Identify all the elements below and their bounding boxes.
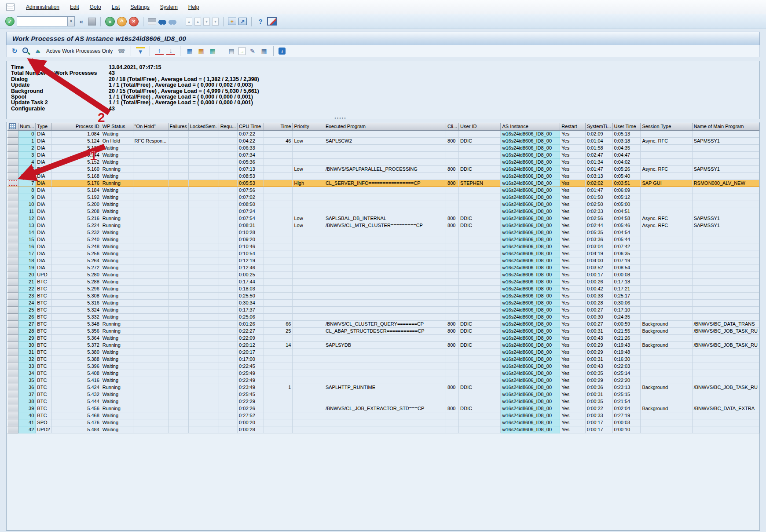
- row-selector[interactable]: [8, 215, 18, 222]
- row-selector[interactable]: [8, 398, 18, 405]
- menu-list[interactable]: List: [112, 4, 120, 10]
- row-selector[interactable]: [8, 341, 18, 349]
- splitter-handle[interactable]: •••••: [331, 116, 350, 121]
- column-header-usertime[interactable]: User Time: [612, 123, 641, 130]
- row-selector[interactable]: [8, 313, 18, 320]
- column-header-client[interactable]: Cli...: [446, 123, 459, 130]
- export-icon[interactable]: →: [238, 47, 246, 55]
- row-selector[interactable]: [8, 250, 18, 257]
- row-selector[interactable]: [8, 405, 18, 412]
- menu-system[interactable]: System: [160, 4, 178, 10]
- first-page-icon[interactable]: ▴: [186, 18, 192, 26]
- report-icon[interactable]: ▦: [260, 47, 268, 55]
- find-next-icon[interactable]: [169, 18, 176, 26]
- row-selector[interactable]: [8, 236, 18, 243]
- row-selector[interactable]: [8, 187, 18, 194]
- row-selector[interactable]: [8, 412, 18, 419]
- previous-page-icon[interactable]: ▴: [194, 18, 201, 26]
- row-selector[interactable]: [8, 243, 18, 250]
- row-selector[interactable]: [8, 334, 18, 341]
- sort-ascending-icon[interactable]: ↑: [155, 47, 164, 55]
- column-header-onhold[interactable]: "On Hold": [133, 123, 168, 130]
- help-icon[interactable]: ?: [256, 17, 265, 26]
- refresh-icon[interactable]: ↻: [10, 47, 19, 55]
- choose-detail-icon[interactable]: [22, 47, 30, 55]
- column-header-mainprog[interactable]: Name of Main Program: [692, 123, 759, 130]
- row-selector[interactable]: [8, 201, 18, 208]
- last-page-icon[interactable]: ▾: [212, 18, 219, 26]
- column-header-priority[interactable]: Priority: [293, 123, 324, 130]
- column-header-lockedsem[interactable]: LockedSem.: [188, 123, 219, 130]
- menu-goto[interactable]: Goto: [90, 4, 101, 10]
- command-dropdown-icon[interactable]: ▼: [67, 17, 74, 26]
- new-session-icon[interactable]: +: [228, 18, 236, 25]
- sort-descending-icon[interactable]: ↓: [166, 47, 175, 55]
- row-selector[interactable]: [8, 130, 18, 137]
- cancel-icon[interactable]: ✕: [129, 17, 139, 26]
- row-selector[interactable]: [8, 165, 18, 172]
- find-icon[interactable]: [158, 18, 166, 26]
- grid-settings-icon[interactable]: ▦: [208, 47, 217, 55]
- column-header-restart[interactable]: Restart: [560, 123, 586, 130]
- column-header-type[interactable]: Type: [36, 123, 51, 130]
- active-work-processes-label[interactable]: Active Work Processes Only: [46, 48, 113, 54]
- column-header-num[interactable]: Num...: [18, 123, 35, 130]
- column-header-user[interactable]: User ID: [459, 123, 501, 130]
- phone-icon[interactable]: ☎: [117, 47, 126, 55]
- grid-columns-icon[interactable]: ▦: [197, 47, 205, 55]
- row-selector[interactable]: [8, 285, 18, 292]
- command-field[interactable]: [17, 17, 67, 26]
- column-header-pid[interactable]: Process ID: [51, 123, 101, 130]
- row-selector[interactable]: [8, 419, 18, 426]
- row-selector[interactable]: [8, 208, 18, 215]
- row-selector[interactable]: [8, 377, 18, 384]
- back-icon[interactable]: «: [105, 17, 115, 26]
- row-selector[interactable]: [8, 320, 18, 327]
- row-selector[interactable]: [8, 356, 18, 363]
- row-selector[interactable]: [8, 257, 18, 264]
- row-selector[interactable]: [8, 158, 18, 165]
- column-header-status[interactable]: WP Status: [101, 123, 133, 130]
- mountain-icon[interactable]: ▲: [33, 47, 42, 55]
- enter-icon[interactable]: ✓: [5, 17, 15, 26]
- row-selector[interactable]: [8, 370, 18, 377]
- row-selector[interactable]: [8, 391, 18, 398]
- row-selector[interactable]: [8, 363, 18, 370]
- row-selector[interactable]: [8, 222, 18, 229]
- system-menu-icon[interactable]: [6, 4, 15, 11]
- create-shortcut-icon[interactable]: ↗: [238, 18, 247, 25]
- row-selector[interactable]: [8, 426, 18, 433]
- row-selector[interactable]: [8, 144, 18, 151]
- row-selector[interactable]: [8, 194, 18, 201]
- column-header-instance[interactable]: AS Instance: [501, 123, 560, 130]
- customize-layout-icon[interactable]: [267, 17, 277, 26]
- exit-icon[interactable]: ^: [117, 17, 127, 26]
- change-icon[interactable]: ✎: [248, 47, 257, 55]
- row-selector[interactable]: [8, 151, 18, 158]
- filter-icon[interactable]: ▼: [136, 47, 145, 55]
- info-icon[interactable]: i: [279, 48, 286, 55]
- save-icon[interactable]: [88, 18, 96, 26]
- row-selector[interactable]: [8, 271, 18, 278]
- print-icon[interactable]: [148, 18, 156, 25]
- row-selector[interactable]: [8, 299, 18, 306]
- row-selector[interactable]: [8, 327, 18, 334]
- row-selector[interactable]: [8, 172, 18, 180]
- column-header-failures[interactable]: Failures: [168, 123, 188, 130]
- grid-details-icon[interactable]: ▦: [185, 47, 194, 55]
- row-selector[interactable]: [8, 349, 18, 356]
- menu-settings[interactable]: Settings: [130, 4, 149, 10]
- next-page-icon[interactable]: ▾: [203, 18, 210, 26]
- column-header-cpu[interactable]: CPU Time: [238, 123, 264, 130]
- row-selector[interactable]: [8, 180, 18, 187]
- collapse-icon[interactable]: «: [77, 17, 86, 26]
- row-selector[interactable]: [8, 384, 18, 391]
- menu-help[interactable]: Help: [188, 4, 199, 10]
- menu-administration[interactable]: Administration: [26, 4, 59, 10]
- row-selector[interactable]: [8, 292, 18, 299]
- row-selector[interactable]: [8, 306, 18, 313]
- clock-icon[interactable]: ▤: [227, 47, 236, 55]
- select-all-header[interactable]: [8, 123, 18, 130]
- row-selector[interactable]: [8, 137, 18, 144]
- column-header-systime[interactable]: SystemTi...: [585, 123, 612, 130]
